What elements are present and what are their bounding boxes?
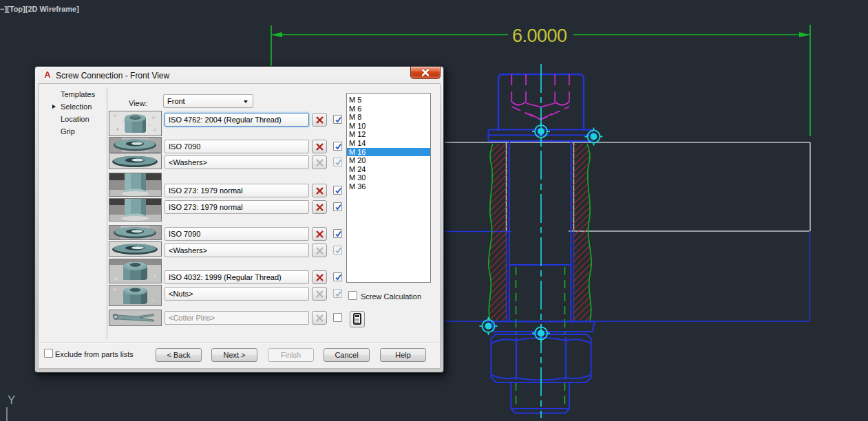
svg-text:6.0000: 6.0000: [512, 25, 567, 46]
